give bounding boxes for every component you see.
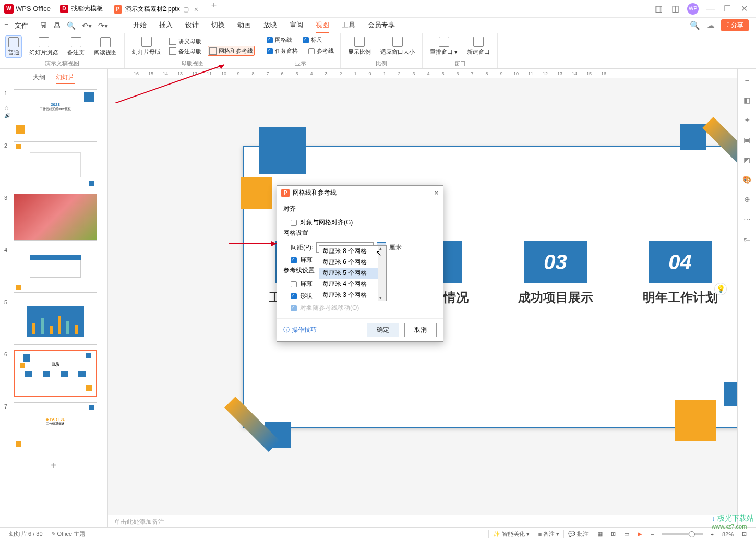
view-reading-icon[interactable]: ▭ [620,531,633,537]
slides-tab[interactable]: 幻灯片 [56,72,75,84]
print-icon[interactable]: 🖶 [53,21,61,30]
layout-icon[interactable]: ✦ [742,115,752,125]
menutab-member[interactable]: 会员专享 [368,18,395,33]
menutab-slideshow[interactable]: 放映 [263,18,277,33]
menu-icon[interactable]: ≡ [4,21,8,30]
guide-check[interactable]: 参考线 [307,46,335,55]
tag-icon[interactable]: 🏷 [742,234,752,244]
slide-position[interactable]: 幻灯片 6 / 30 [5,530,47,538]
preview-icon[interactable]: 🔍 [67,21,76,30]
file-menu[interactable]: 文件 [13,21,30,30]
lightbulb-icon[interactable]: 💡 [714,283,727,295]
menutab-insert[interactable]: 插入 [159,18,173,33]
tab-restore-icon[interactable]: ▢ [183,6,189,13]
gridline-check[interactable]: 网格线 [266,35,293,44]
menutab-review[interactable]: 审阅 [290,18,303,33]
slide-thumb-3[interactable]: 3 [4,194,103,241]
tab-template[interactable]: D 找稻壳模板 [55,0,109,17]
maximize-icon[interactable]: ☐ [723,4,732,14]
checkbox-icon[interactable] [291,220,297,226]
menutab-view[interactable]: 视图 [316,18,329,33]
asset-icon[interactable]: ◩ [742,154,752,165]
add-tab-button[interactable]: + [206,0,222,17]
slide-thumb-1[interactable]: 1 ☆🔊 2023 工作总结汇报PPT模板 [4,89,103,136]
minus-icon[interactable]: − [742,75,752,86]
play-icon[interactable]: ▶ [633,531,646,537]
close-icon[interactable]: × [192,5,200,14]
redo-icon[interactable]: ↷▾ [98,21,108,30]
normal-view-button[interactable]: 普通 [5,35,22,58]
zoom-value[interactable]: 82% [718,531,738,537]
dialog-close-icon[interactable]: × [434,188,439,198]
slide-thumb-2[interactable]: 2 [4,141,103,188]
move-with-guide-row: 对象随参考线移动(O) [283,302,437,314]
sorter-view-button[interactable]: 幻灯片浏览 [27,36,60,57]
checkbox-icon[interactable] [291,281,297,287]
cancel-button[interactable]: 取消 [404,323,437,337]
menutab-tools[interactable]: 工具 [342,18,355,33]
notes-toggle[interactable]: ≡ 备注 ▾ [534,530,563,538]
ok-button[interactable]: 确定 [367,323,399,337]
tab-document[interactable]: P 演示文稿素材2.pptx ▢ × [109,0,206,17]
align-to-grid-row[interactable]: 对象与网格对齐(G) [283,217,437,229]
view-normal-icon[interactable]: ▦ [593,531,607,537]
slide-list[interactable]: 1 ☆🔊 2023 工作总结汇报PPT模板 2 3 4 5 [0,87,107,530]
outline-tab[interactable]: 大纲 [33,72,45,84]
menutab-design[interactable]: 设计 [185,18,199,33]
layout-icon[interactable]: ▥ [654,4,663,14]
menutab-start[interactable]: 开始 [133,18,147,33]
grid-guide-button[interactable]: 网格和参考线 [208,46,255,56]
shape-icon[interactable]: ▣ [742,135,752,145]
tool-icon[interactable]: ⊕ [742,194,752,205]
slide-thumb-7[interactable]: 7 ◆ PART 01 工作情况概述 [4,402,103,449]
dropdown-item[interactable]: 每厘米 6 个网格 [319,257,386,268]
notes-master-button[interactable]: 备注母版 [168,47,202,56]
zoom-out-icon[interactable]: − [646,531,658,537]
arrange-window-button[interactable]: 重排窗口 ▾ [428,35,460,57]
cube-icon[interactable]: ◫ [670,4,680,14]
slide-thumb-4[interactable]: 4 [4,246,103,293]
add-slide-button[interactable]: + [4,454,103,477]
menutab-transition[interactable]: 切换 [211,18,225,33]
tips-link[interactable]: ⓘ 操作技巧 [283,326,317,334]
menutab-animation[interactable]: 动画 [237,18,251,33]
slide-panel: 大纲 幻灯片 1 ☆🔊 2023 工作总结汇报PPT模板 2 3 [0,69,108,530]
panel-tabs: 大纲 幻灯片 [0,69,107,87]
user-avatar[interactable]: WP [687,3,699,15]
minimize-icon[interactable]: — [706,4,715,14]
search-icon[interactable]: 🔍 [690,20,700,30]
checkbox-icon[interactable] [291,293,297,299]
handout-master-button[interactable]: 讲义母版 [168,37,202,46]
checkbox-icon[interactable] [291,257,297,263]
smart-beautify-button[interactable]: ✨ 智能美化 ▾ [488,530,534,538]
dropdown-item[interactable]: 每厘米 4 个网格 [319,279,386,290]
ruler-check[interactable]: 标尺 [302,35,323,44]
share-button[interactable]: ⤴ 分享 [721,19,749,31]
slide-thumb-5[interactable]: 5 [4,298,103,345]
zoom-in-icon[interactable]: + [706,531,718,537]
cloud-sync-icon[interactable]: ☁ [706,20,715,30]
style-icon[interactable]: ◧ [742,95,752,105]
notes-page-button[interactable]: 备注页 [65,36,87,57]
fit-icon[interactable]: ⊡ [738,531,751,537]
new-window-button[interactable]: 新建窗口 [465,35,492,57]
dropdown-item[interactable]: 每厘米 3 个网格 [319,290,386,301]
theme-indicator[interactable]: ✎ Office 主题 [47,530,90,538]
zoom-slider[interactable] [662,533,703,535]
more-icon[interactable]: ⋯ [742,214,752,224]
undo-icon[interactable]: ↶▾ [82,21,92,30]
show-scale-button[interactable]: 显示比例 [346,35,373,57]
save-icon[interactable]: 🖫 [40,21,47,30]
slide-master-button[interactable]: 幻灯片母版 [130,35,163,57]
dropdown-item[interactable]: 每厘米 5 个网格 [319,268,386,279]
slide-thumb-6[interactable]: 6 目录 [4,350,103,397]
fit-window-button[interactable]: 适应窗口大小 [378,35,417,57]
dialog-titlebar[interactable]: P 网格线和参考线 × [277,186,443,200]
view-sorter-icon[interactable]: ⊞ [607,531,620,537]
comments-toggle[interactable]: 💬 批注 [563,530,593,538]
cursor-icon: ↖ [376,249,382,257]
taskpane-check[interactable]: 任务窗格 [266,46,299,55]
close-window-icon[interactable]: ✕ [739,4,749,14]
palette-icon[interactable]: 🎨 [742,174,752,185]
reading-view-button[interactable]: 阅读视图 [92,36,119,57]
